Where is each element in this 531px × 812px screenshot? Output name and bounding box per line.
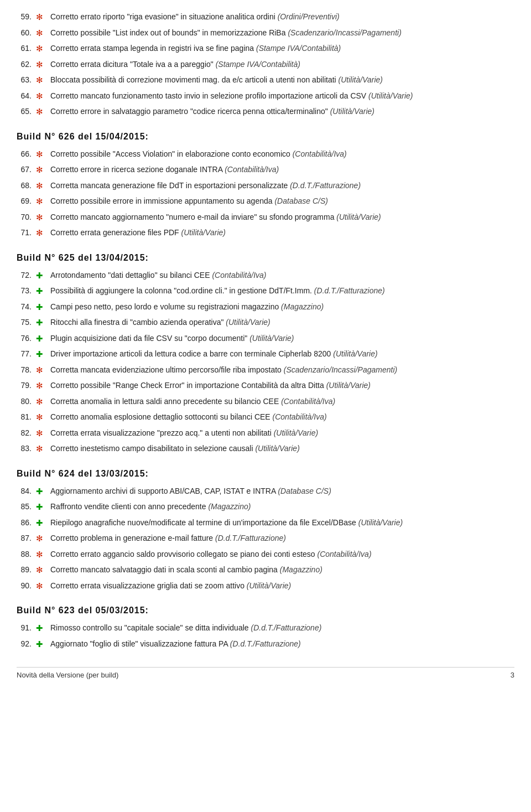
entry-number: 69. xyxy=(17,195,36,207)
entry-number: 71. xyxy=(17,227,36,239)
category-tag: (Utilità/Varie) xyxy=(255,444,299,453)
entry-number: 65. xyxy=(17,106,36,117)
plus-icon xyxy=(36,485,48,498)
list-item: 78.Corretta mancata evidenziazione ultim… xyxy=(17,364,514,377)
bug-icon xyxy=(36,11,48,24)
bug-icon xyxy=(36,532,48,545)
plus-icon xyxy=(36,301,48,314)
bug-icon xyxy=(36,59,48,71)
list-item: 64.Corretto mancato funzionamento tasto … xyxy=(17,90,514,103)
list-item: 90.Corretto errata visualizzazione grigl… xyxy=(17,580,514,593)
entry-number: 74. xyxy=(17,301,36,313)
entry-text: Corretto mancato funzionamento tasto inv… xyxy=(50,90,514,102)
entry-number: 84. xyxy=(17,485,36,497)
bug-icon xyxy=(36,396,48,408)
entry-text: Corretta errata visualizzazione "prezzo … xyxy=(50,427,514,439)
list-item: 77.Driver importazione articoli da lettu… xyxy=(17,348,514,361)
entry-text: Rimosso controllo su "capitale sociale" … xyxy=(50,622,514,634)
category-tag: (Utilità/Varie) xyxy=(368,91,413,100)
entry-number: 85. xyxy=(17,501,36,513)
category-tag: (D.d.T./Fatturazione) xyxy=(314,286,385,295)
entry-text: Campi peso netto, peso lordo e volume su… xyxy=(50,301,514,313)
category-tag: (Utilità/Varie) xyxy=(358,518,403,527)
bug-icon xyxy=(36,180,48,193)
entry-text: Corretta mancata evidenziazione ultimo p… xyxy=(50,364,514,376)
entry-text: Bloccata possibilità di correzione movim… xyxy=(50,74,514,86)
category-tag: (Contabilità/Iva) xyxy=(225,165,279,174)
entry-number: 89. xyxy=(17,564,36,576)
plus-icon xyxy=(36,348,48,361)
entry-number: 88. xyxy=(17,549,36,560)
plus-icon xyxy=(36,333,48,345)
bug-icon xyxy=(36,195,48,208)
list-item: 74.Campi peso netto, peso lordo e volume… xyxy=(17,301,514,314)
entry-number: 68. xyxy=(17,180,36,192)
footer: Novità della Versione (per build) 3 xyxy=(17,667,514,679)
entry-text: Corretto errata visualizzazione griglia … xyxy=(50,580,514,592)
list-item: 66.Corretto possibile "Access Violation"… xyxy=(17,148,514,161)
category-tag: (Utilità/Varie) xyxy=(226,318,270,327)
entry-text: Corretto errata generazione files PDF (U… xyxy=(50,227,514,239)
list-item: 59.Corretto errato riporto "riga evasion… xyxy=(17,11,514,24)
category-tag: (Contabilità/Iva) xyxy=(273,412,327,421)
entry-text: Corretto errato riporto "riga evasione" … xyxy=(50,11,514,23)
entry-number: 67. xyxy=(17,164,36,175)
entry-number: 91. xyxy=(17,622,36,634)
entry-text: Corretto mancato aggiornamento "numero e… xyxy=(50,211,514,223)
bug-icon xyxy=(36,211,48,224)
entry-number: 66. xyxy=(17,148,36,160)
entry-number: 79. xyxy=(17,380,36,391)
entry-text: Riepilogo anagrafiche nuove/modificate a… xyxy=(50,517,514,529)
bug-icon xyxy=(36,443,48,456)
entry-number: 92. xyxy=(17,638,36,650)
entry-text: Corretta mancata generazione file DdT in… xyxy=(50,180,514,192)
entry-text: Corretto errore in salvataggio parametro… xyxy=(50,106,514,117)
entry-number: 81. xyxy=(17,411,36,423)
list-item: 86.Riepilogo anagrafiche nuove/modificat… xyxy=(17,517,514,530)
plus-icon xyxy=(36,270,48,282)
entry-number: 82. xyxy=(17,427,36,439)
category-tag: (Utilità/Varie) xyxy=(336,213,381,221)
entry-text: Corretto errore in ricerca sezione dogan… xyxy=(50,164,514,175)
entry-text: Corretto possibile "Access Violation" in… xyxy=(50,148,514,160)
entry-number: 59. xyxy=(17,11,36,23)
entry-text: Corretto problema in generazione e-mail … xyxy=(50,532,514,544)
footer-right: 3 xyxy=(511,671,514,679)
bug-icon xyxy=(36,74,48,87)
entry-number: 87. xyxy=(17,532,36,544)
entry-number: 78. xyxy=(17,364,36,376)
category-tag: (D.d.T./Fatturazione) xyxy=(215,534,286,542)
category-tag: (D.d.T./Fatturazione) xyxy=(290,181,361,190)
entry-text: Corretto errata stampa legenda in regist… xyxy=(50,43,514,54)
entry-text: Aggiornamento archivi di supporto ABI/CA… xyxy=(50,485,514,497)
list-item: 84.Aggiornamento archivi di supporto ABI… xyxy=(17,485,514,498)
list-item: 83.Corretto inestetismo campo disabilita… xyxy=(17,443,514,456)
entry-text: Possibilità di aggiungere la colonna "co… xyxy=(50,285,514,297)
list-item: 82.Corretta errata visualizzazione "prez… xyxy=(17,427,514,440)
list-item: 67.Corretto errore in ricerca sezione do… xyxy=(17,164,514,177)
entry-text: Plugin acquisizione dati da file CSV su … xyxy=(50,333,514,344)
list-item: 92.Aggiornato "foglio di stile" visualiz… xyxy=(17,638,514,651)
entry-text: Corretta anomalia in lettura saldi anno … xyxy=(50,396,514,407)
list-item: 79.Corretto possibile "Range Check Error… xyxy=(17,380,514,392)
list-item: 91.Rimosso controllo su "capitale social… xyxy=(17,622,514,635)
category-tag: (Utilità/Varie) xyxy=(333,349,377,358)
build-header: Build N° 626 del 15/04/2015: xyxy=(17,132,514,142)
entry-text: Corretto anomalia esplosione dettaglio s… xyxy=(50,411,514,423)
build-header: Build N° 623 del 05/03/2015: xyxy=(17,606,514,616)
entry-number: 86. xyxy=(17,517,36,529)
bug-icon xyxy=(36,411,48,424)
category-tag: (Contabilità/Iva) xyxy=(212,271,266,280)
entry-number: 62. xyxy=(17,59,36,70)
entry-number: 63. xyxy=(17,74,36,86)
category-tag: (Database C/S) xyxy=(278,487,331,495)
entry-text: Corretto errato aggancio saldo provvisor… xyxy=(50,549,514,560)
category-tag: (Contabilità/Iva) xyxy=(317,550,372,558)
category-tag: (Database C/S) xyxy=(274,196,327,205)
entry-number: 72. xyxy=(17,270,36,281)
entry-number: 77. xyxy=(17,348,36,360)
entry-text: Aggiornato "foglio di stile" visualizzaz… xyxy=(50,638,514,650)
bug-icon xyxy=(36,580,48,593)
entry-text: Corretto mancato salvataggio dati in sca… xyxy=(50,564,514,576)
category-tag: (Scadenzario/Incassi/Pagamenti) xyxy=(284,365,397,374)
